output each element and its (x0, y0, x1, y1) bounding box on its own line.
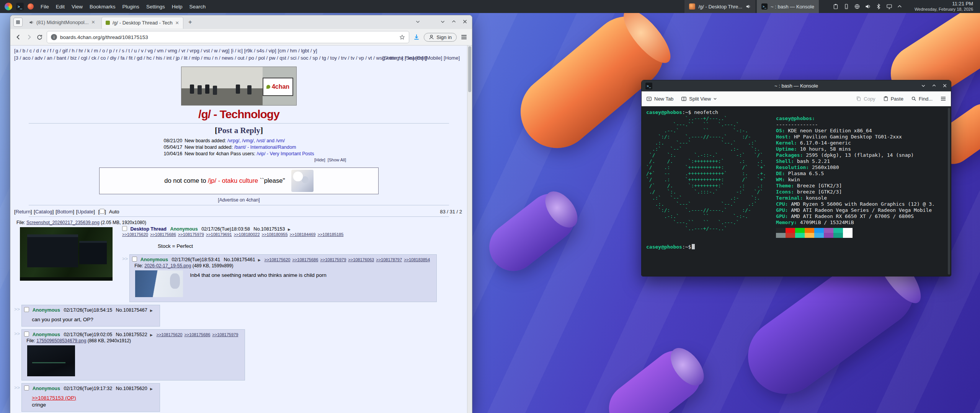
board-link[interactable]: vip (265, 48, 275, 54)
backlink[interactable]: >>108175979 (320, 257, 346, 262)
board-link[interactable]: vm (153, 48, 163, 54)
post-menu-icon[interactable]: ▶ (150, 387, 153, 391)
backlink[interactable]: >>108175620 (265, 257, 291, 262)
thread-control[interactable]: Update (76, 209, 95, 215)
board-link[interactable]: ck (87, 55, 96, 61)
browser-menu-icon[interactable] (13, 18, 23, 27)
tab-close-icon[interactable]: ✕ (91, 20, 95, 25)
quotelink[interactable]: >>108175153 (OP) (32, 395, 76, 401)
backlink[interactable]: >>108176063 (348, 257, 374, 262)
backlink[interactable]: >>108175686 (292, 257, 318, 262)
backlink[interactable]: >>108175686 (150, 232, 176, 237)
board-link[interactable]: cgl (77, 55, 87, 61)
board-link[interactable]: a (16, 48, 18, 54)
board-link[interactable]: lgbt (297, 48, 309, 54)
hide-link[interactable]: Hide (314, 158, 325, 162)
minimize-button[interactable] (440, 19, 445, 26)
board-link[interactable]: vst (199, 48, 210, 54)
board-link[interactable]: pol (254, 55, 265, 61)
bluetooth-icon[interactable] (875, 3, 882, 10)
board-link[interactable]: y (309, 48, 315, 54)
panel-app-icon[interactable]: >_ (16, 3, 24, 10)
board-link[interactable]: s4s (253, 48, 265, 54)
board-link[interactable]: f (46, 48, 51, 54)
jp-board-link[interactable]: /jp/ - otaku culture (208, 177, 258, 184)
board-link[interactable]: vmg (163, 48, 177, 54)
backlink[interactable]: >>108180955 (262, 232, 288, 237)
board-link[interactable]: mlp (188, 55, 200, 61)
board-link[interactable]: tg (318, 55, 326, 61)
panel-app-icon-2[interactable] (28, 3, 34, 10)
post-checkbox[interactable] (122, 226, 127, 231)
board-link[interactable]: qst (275, 55, 286, 61)
backlink[interactable]: >>108180022 (234, 232, 260, 237)
terminal-prompt[interactable]: casey@phobos:~$ (646, 244, 946, 250)
board-link[interactable]: an (42, 55, 52, 61)
board-link[interactable]: k (83, 48, 90, 54)
sign-in-button[interactable]: Sign in (424, 33, 457, 42)
post-checkbox[interactable] (132, 257, 137, 262)
post-checkbox[interactable] (24, 332, 29, 337)
clipboard-icon[interactable] (833, 3, 839, 10)
file-link[interactable]: 2026-02-17_19-55.png (144, 263, 191, 268)
new-tab-button[interactable]: New Tab (646, 96, 673, 102)
task-browser[interactable]: /g/ - Desktop Thre... (684, 0, 755, 13)
board-banner-image[interactable]: 4chan (181, 67, 297, 106)
thread-control[interactable]: Catalog (34, 209, 54, 215)
tray-expander-chevron-icon[interactable] (897, 4, 902, 9)
board-link[interactable]: cm (279, 48, 286, 54)
board-link[interactable]: int (162, 55, 172, 61)
board-link[interactable]: bant (52, 55, 66, 61)
board-link[interactable]: p (105, 48, 112, 54)
menu-item[interactable]: File (41, 4, 49, 10)
board-link[interactable]: ic (234, 48, 241, 54)
menu-item[interactable]: Help (172, 4, 183, 10)
post-menu-icon[interactable]: ▶ (150, 309, 153, 312)
board-link[interactable]: biz (66, 55, 77, 61)
board-link[interactable]: sp (308, 55, 318, 61)
post-number[interactable]: No.108175153 (253, 226, 285, 232)
backlink[interactable]: >>108184469 (290, 232, 316, 237)
board-link[interactable]: h (68, 48, 75, 54)
new-tab-button[interactable]: + (186, 18, 195, 27)
board-link[interactable]: vt (364, 55, 372, 61)
kdeconnect-phone-icon[interactable] (843, 3, 849, 10)
board-link[interactable]: u (130, 48, 137, 54)
menu-item[interactable]: Search (189, 4, 206, 10)
board-link[interactable]: m (90, 48, 98, 54)
advertise-link[interactable]: Advertise on 4chan (10, 197, 467, 203)
menu-item[interactable]: View (72, 4, 83, 10)
reply-thumbnail[interactable] (27, 345, 75, 376)
post-checkbox[interactable] (24, 385, 29, 390)
address-bar[interactable]: i boards.4chan.org/g/thread/108175153 (47, 31, 409, 43)
copy-button[interactable]: Copy (856, 96, 875, 102)
audio-playing-icon[interactable] (745, 4, 751, 9)
backlink[interactable]: >>108175979 (212, 332, 238, 337)
board-link[interactable]: 3 (16, 55, 18, 61)
reload-button[interactable] (36, 34, 43, 41)
board-link[interactable]: trv (337, 55, 346, 61)
url-text[interactable]: boards.4chan.org/g/thread/108175153 (60, 34, 396, 40)
board-link[interactable]: out (234, 55, 245, 61)
board-nav-link[interactable]: Mobile (426, 55, 441, 61)
board-link[interactable]: o (98, 48, 105, 54)
board-link[interactable]: n (211, 55, 217, 61)
board-link[interactable]: jp (172, 55, 180, 61)
site-info-icon[interactable]: i (51, 34, 57, 40)
post-checkbox[interactable] (24, 307, 29, 312)
display-icon[interactable] (886, 3, 892, 10)
board-link[interactable]: his (152, 55, 162, 61)
board-link[interactable]: mu (199, 55, 211, 61)
menu-item[interactable]: Plugins (122, 4, 139, 10)
backlink[interactable]: >>108179691 (206, 232, 232, 237)
paste-button[interactable]: Paste (883, 96, 903, 102)
file-link[interactable]: 1755096508534679.png (36, 338, 86, 343)
back-button[interactable] (15, 34, 22, 41)
thread-control[interactable]: Bottom (56, 209, 74, 215)
terminal-scrollbar[interactable] (948, 108, 950, 275)
backlink[interactable]: >>108175620 (122, 232, 148, 237)
board-link[interactable]: e (39, 48, 46, 54)
bookmark-star-icon[interactable] (399, 34, 405, 40)
backlink[interactable]: >>108175979 (178, 232, 204, 237)
board-link[interactable]: g (51, 48, 58, 54)
